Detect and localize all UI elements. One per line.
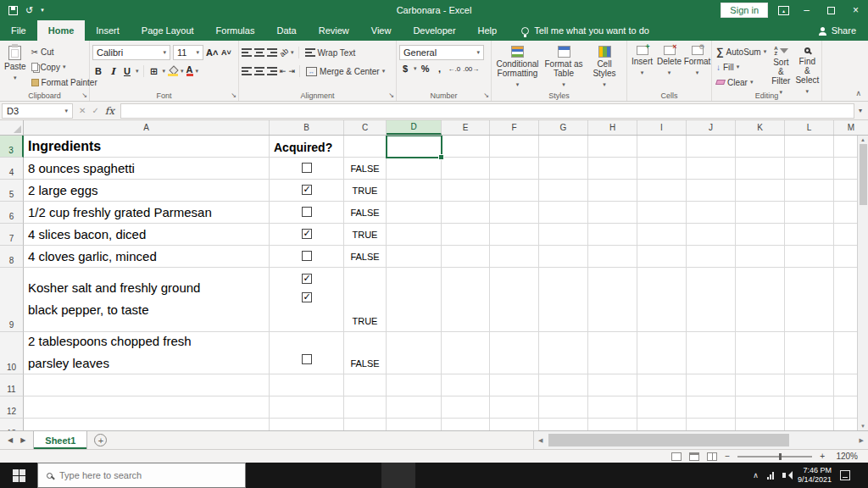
network-icon[interactable] [767, 472, 774, 480]
cell-I10[interactable] [637, 332, 687, 374]
cell-D5[interactable] [387, 180, 442, 202]
cell-C6[interactable]: FALSE [344, 202, 387, 224]
cell-J10[interactable] [687, 332, 736, 374]
cell-A12[interactable] [24, 396, 270, 419]
cell-I8[interactable] [637, 246, 687, 268]
name-box[interactable]: D3▾ [2, 103, 73, 119]
column-header-I[interactable]: I [637, 120, 687, 135]
align-right-icon[interactable] [267, 67, 277, 75]
row-header-7[interactable]: 7 [0, 224, 24, 246]
cell-F11[interactable] [490, 374, 539, 396]
insert-function-icon[interactable]: fx [105, 105, 114, 117]
horizontal-scroll-track[interactable] [547, 431, 854, 449]
scroll-right-icon[interactable]: ▶ [855, 437, 868, 444]
cell-E12[interactable] [442, 396, 490, 419]
task-view-button[interactable] [280, 463, 314, 488]
cell-K9[interactable] [736, 268, 785, 332]
fill-color-icon[interactable] [168, 66, 178, 76]
ribbon-tab-home[interactable]: Home [37, 20, 86, 41]
cell-K4[interactable] [736, 158, 785, 180]
cell-C9[interactable]: TRUE [344, 268, 387, 332]
cell-J3[interactable] [687, 136, 736, 158]
cell-J13[interactable] [687, 419, 736, 430]
cell-B3[interactable]: Acquired? [270, 136, 344, 158]
column-header-H[interactable]: H [588, 120, 637, 135]
number-dialog-launcher[interactable]: ↘ [483, 92, 489, 99]
cell-G4[interactable] [539, 158, 588, 180]
tell-me-box[interactable]: Tell me what you want to do [521, 20, 649, 41]
format-cells-button[interactable]: ⚙ Format ▾ [684, 43, 710, 80]
sign-in-button[interactable]: Sign in [721, 3, 768, 18]
cell-H7[interactable] [588, 224, 637, 246]
cell-H13[interactable] [588, 419, 637, 430]
cell-G8[interactable] [539, 246, 588, 268]
cell-E13[interactable] [442, 419, 490, 430]
checkbox-B6[interactable] [302, 207, 312, 217]
cell-E6[interactable] [442, 202, 490, 224]
cell-I11[interactable] [637, 374, 687, 396]
cell-L4[interactable] [785, 158, 834, 180]
decrease-font-icon[interactable]: A˅ [220, 48, 232, 57]
cell-H11[interactable] [588, 374, 637, 396]
row-header-13[interactable]: 13 [0, 419, 24, 430]
file-explorer-button[interactable] [314, 463, 348, 488]
close-button[interactable]: × [843, 0, 868, 20]
cell-E11[interactable] [442, 374, 490, 396]
cell-L10[interactable] [785, 332, 834, 374]
cell-F13[interactable] [490, 419, 539, 430]
cell-C3[interactable] [344, 136, 387, 158]
customize-toolbar-icon[interactable]: ▾ [41, 7, 44, 14]
cell-L5[interactable] [785, 180, 834, 202]
cortana-button[interactable] [246, 463, 280, 488]
cell-B12[interactable] [270, 396, 344, 419]
cell-J12[interactable] [687, 396, 736, 419]
cell-G7[interactable] [539, 224, 588, 246]
checkbox-B7[interactable] [302, 229, 312, 239]
share-button[interactable]: Share [807, 20, 868, 41]
sheet-nav-right-icon[interactable]: ▶ [20, 436, 25, 444]
cell-H4[interactable] [588, 158, 637, 180]
cell-D11[interactable] [387, 374, 442, 396]
cell-E10[interactable] [442, 332, 490, 374]
action-center-icon[interactable] [840, 470, 850, 480]
align-middle-icon[interactable] [254, 48, 264, 57]
cell-F9[interactable] [490, 268, 539, 332]
cell-H12[interactable] [588, 396, 637, 419]
column-header-J[interactable]: J [687, 120, 736, 135]
column-header-L[interactable]: L [785, 120, 834, 135]
horizontal-scroll-thumb[interactable] [548, 434, 788, 446]
vertical-scroll-thumb[interactable] [860, 144, 867, 205]
conditional-formatting-button[interactable]: Conditional Formatting ▾ [494, 43, 541, 92]
cell-L12[interactable] [785, 396, 834, 419]
clipboard-dialog-launcher[interactable]: ↘ [81, 92, 87, 99]
cell-I6[interactable] [637, 202, 687, 224]
cell-F7[interactable] [490, 224, 539, 246]
column-header-C[interactable]: C [344, 120, 387, 135]
font-color-icon[interactable]: A [186, 66, 193, 76]
cell-K10[interactable] [736, 332, 785, 374]
undo-icon[interactable]: ↺ [25, 6, 33, 15]
cell-K7[interactable] [736, 224, 785, 246]
cell-L9[interactable] [785, 268, 834, 332]
cell-A6[interactable]: 1/2 cup freshly grated Parmesan [24, 202, 270, 224]
speaker-icon[interactable] [782, 473, 786, 478]
cell-L8[interactable] [785, 246, 834, 268]
increase-indent-icon[interactable]: ⇥ [289, 67, 296, 75]
paste-button[interactable]: Paste ▾ [3, 43, 28, 85]
normal-view-icon[interactable] [671, 452, 682, 461]
comma-style-icon[interactable]: , [434, 64, 446, 74]
cell-H10[interactable] [588, 332, 637, 374]
checkbox-B9-1[interactable] [302, 274, 312, 284]
clear-button[interactable]: Clear▾ [715, 75, 768, 89]
cell-B11[interactable] [270, 374, 344, 396]
font-name-select[interactable]: Calibri▾ [92, 45, 170, 60]
row-header-12[interactable]: 12 [0, 396, 24, 419]
font-dialog-launcher[interactable]: ↘ [231, 92, 236, 99]
cell-J6[interactable] [687, 202, 736, 224]
cell-J5[interactable] [687, 180, 736, 202]
taskbar-search[interactable] [37, 463, 246, 488]
cell-G11[interactable] [539, 374, 588, 396]
cell-H9[interactable] [588, 268, 637, 332]
cell-L11[interactable] [785, 374, 834, 396]
row-header-10[interactable]: 10 [0, 332, 24, 374]
